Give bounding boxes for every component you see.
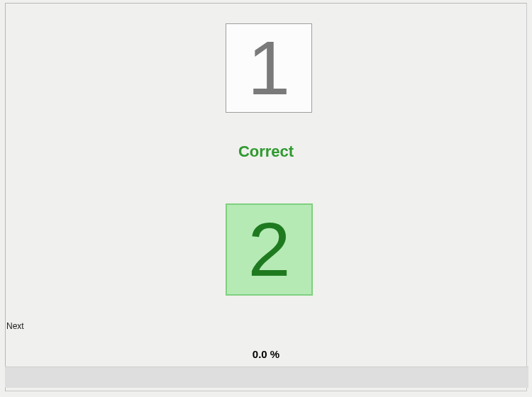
main-panel: 1 Correct 2 Next 0.0 %: [5, 3, 527, 391]
progress-percent-label: 0.0 %: [6, 348, 526, 360]
prompt-card-value: 1: [248, 30, 290, 106]
status-label: Correct: [6, 142, 526, 161]
next-button[interactable]: Next: [6, 321, 24, 331]
answer-card-value: 2: [248, 211, 290, 288]
answer-card[interactable]: 2: [226, 203, 313, 296]
progress-bar: [5, 367, 528, 388]
prompt-card: 1: [226, 23, 312, 113]
